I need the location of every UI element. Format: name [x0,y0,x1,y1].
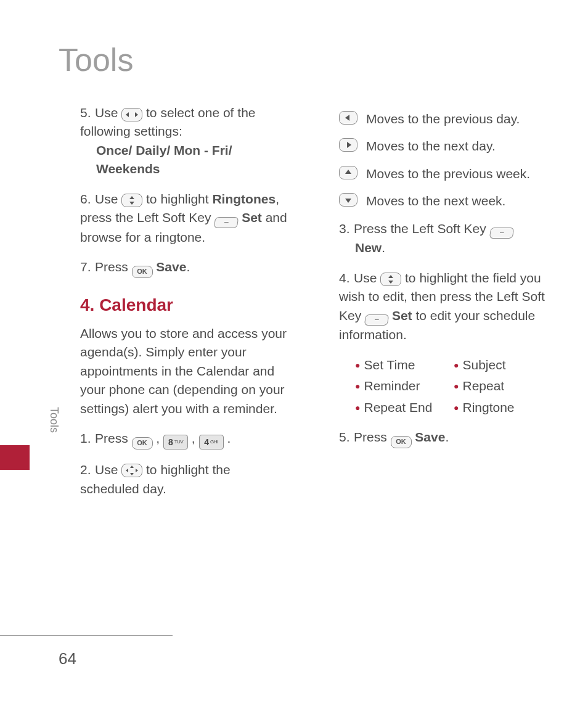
text: Press [354,430,391,444]
text: , [153,431,164,445]
text: Moves to the previous week. [366,165,549,183]
side-section-label: Tools [46,407,62,433]
bullet-item: Subject [454,356,552,374]
ok-key-icon: OK [132,437,153,449]
text-bold: Save [415,430,445,444]
soft-key-icon: – [364,314,390,326]
calendar-step-2: 2.Use to highlight the scheduled day. [80,461,290,498]
key-8-icon: 8TUV [163,435,188,449]
text: Use [354,271,380,285]
text: Moves to the next day. [366,137,549,155]
text: , [188,431,199,445]
text-bold: New [355,240,382,255]
step-6: 6.Use to highlight Ringtones, press the … [80,190,290,247]
text-bold: Save [156,260,186,274]
text-bold: Set [242,210,262,224]
soft-key-icon: – [489,228,514,239]
soft-key-icon: – [214,217,239,228]
bullet-item: Repeat End [355,398,454,417]
text: Press [95,431,132,445]
calendar-step-5: 5.Press OK Save. [339,428,549,448]
section-heading-calendar: 4. Calendar [80,293,290,318]
left-arrow-key-icon [339,111,357,125]
up-down-nav-key-icon [121,194,142,207]
right-arrow-key-icon [339,138,357,152]
text: to highlight [146,192,212,206]
ok-key-icon: OK [391,436,412,448]
page-title: Tools [59,37,133,83]
text: Press the Left Soft Key [354,221,490,236]
text: Use [95,192,121,206]
text: . [382,240,385,255]
calendar-step-3: 3.Press the Left Soft Key – New. [339,220,549,258]
nav-key-table: Moves to the previous day. Moves to the … [339,110,549,211]
bullet-item: Set Time [355,356,454,374]
footer-rule [0,635,173,636]
field-bullet-list: Set Time Subject Reminder Repeat Repeat … [355,356,549,417]
left-right-nav-key-icon [121,108,142,121]
text: Press [95,260,132,274]
text: Use [95,105,121,120]
text: . [186,260,190,274]
key-4-icon: 4GHI [199,435,224,449]
up-down-nav-key-icon [380,273,401,286]
calendar-step-1: 1.Press OK , 8TUV , 4GHI . [80,429,290,449]
text: . [445,430,449,444]
calendar-step-4: 4.Use to highlight the field you wish to… [339,269,549,345]
text-bold: Set [392,308,412,322]
down-arrow-key-icon [339,193,357,207]
step-7: 7.Press OK Save. [80,258,290,278]
text: Moves to the previous day. [366,110,549,128]
page-number: 64 [59,647,76,671]
bullet-item: Repeat [454,377,552,395]
four-way-nav-key-icon [121,464,142,477]
text-bold: Ringtones [212,192,276,206]
text: Use [95,462,121,477]
calendar-intro: Allows you to store and access your agen… [80,324,290,418]
step-5: 5.Use to select one of the following set… [80,104,290,179]
text: Moves to the next week. [366,192,549,210]
up-arrow-key-icon [339,166,357,179]
text: . [224,431,231,445]
bullet-item: Reminder [355,377,454,395]
side-tab-marker [0,445,30,470]
ok-key-icon: OK [132,266,153,278]
bullet-item: Ringtone [454,398,552,417]
text-bold: Once/ Daily/ Mon - Fri/ Weekends [80,141,290,179]
